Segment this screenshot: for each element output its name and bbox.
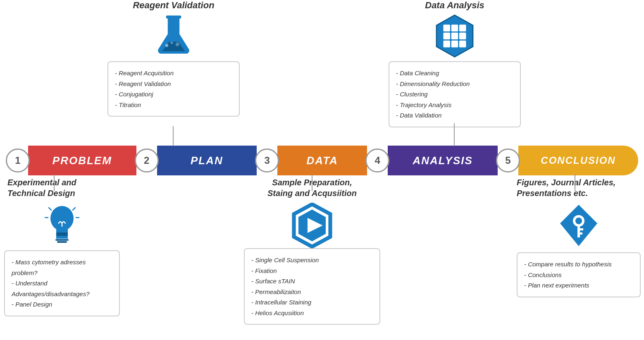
data-analysis-info-box: - Data Cleaning - Dimensionality Reducti…	[389, 61, 521, 127]
data-bottom-column: Sample Preparation,Staing and Acqusiitio…	[244, 177, 380, 325]
problem-bottom-column: Experimental andTechnical Design	[4, 177, 120, 316]
stage-conclusion-bar: CONCLUSION	[518, 146, 638, 175]
pipeline-bar: 1 PROBLEM 2 PLAN 3 DATA 4 ANALYSIS	[6, 146, 638, 175]
stage-number-3: 3	[255, 148, 279, 172]
data-item-3: - Surface sTAIN	[251, 276, 373, 287]
da-item-1: - Data Cleaning	[396, 68, 513, 79]
data-analysis-column: Data Analysis - Data Cleaning - Dimensio…	[389, 0, 521, 127]
flask-icon	[153, 13, 194, 59]
data-info-box: - Single Cell Suspension - Fixation - Su…	[244, 248, 380, 325]
svg-rect-12	[451, 41, 458, 48]
svg-rect-7	[459, 25, 466, 32]
reagent-item-1: - Reagent Acquisition	[115, 68, 232, 79]
connector-data-analysis	[454, 123, 455, 146]
diagram-container: Reagent Validation - Reagent Acquisition…	[0, 0, 644, 340]
data-item-1: - Single Cell Suspension	[251, 255, 373, 266]
stage-data: 3 DATA	[257, 146, 367, 175]
svg-rect-6	[451, 25, 458, 32]
problem-subtitle: Experimental andTechnical Design	[4, 177, 120, 199]
stage-analysis: 4 ANALYSIS	[367, 146, 498, 175]
svg-point-2	[171, 42, 173, 44]
stage-problem: 1 PROBLEM	[6, 146, 136, 175]
svg-point-30	[575, 218, 582, 224]
stage-number-2: 2	[135, 148, 159, 172]
svg-point-1	[165, 44, 168, 47]
svg-line-23	[73, 208, 75, 210]
conc-item-1: - Compare results to hypothesis	[524, 259, 633, 270]
da-item-5: - Data Validation	[396, 110, 513, 121]
lightbulb-icon	[45, 203, 80, 246]
reagent-info-box: - Reagent Acquisition - Reagent Validati…	[107, 61, 240, 117]
stage-data-bar: DATA	[277, 146, 367, 175]
stage-conclusion-label: CONCLUSION	[541, 155, 615, 166]
svg-rect-9	[451, 33, 458, 40]
prob-item-2: - Understand Advantages/disadvantages?	[12, 278, 112, 299]
camera-icon	[289, 203, 335, 248]
svg-rect-18	[55, 239, 69, 241]
stage-plan: 2 PLAN	[136, 146, 257, 175]
stage-number-1: 1	[6, 148, 30, 172]
da-item-3: - Clustering	[396, 89, 513, 100]
stage-analysis-bar: ANALYSIS	[388, 146, 498, 175]
svg-rect-8	[444, 33, 451, 40]
conclusion-bottom-column: Figures, Journal Articles,Presentations …	[517, 177, 641, 297]
stage-number-5: 5	[496, 148, 520, 172]
key-diamond-icon	[558, 203, 599, 248]
connector-problem	[54, 175, 55, 191]
stage-plan-bar: PLAN	[157, 146, 257, 175]
svg-rect-0	[166, 16, 181, 19]
svg-rect-13	[459, 41, 466, 48]
reagent-item-3: - Conjugationj	[115, 89, 232, 100]
reagent-validation-title: Reagent Validation	[133, 0, 214, 11]
svg-rect-32	[580, 228, 583, 230]
stage-data-label: DATA	[307, 154, 338, 167]
conclusion-subtitle: Figures, Journal Articles,Presentations …	[517, 177, 615, 199]
connector-data	[312, 175, 312, 191]
svg-rect-11	[444, 41, 451, 48]
prob-item-3: - Panel Design	[12, 299, 112, 310]
svg-rect-19	[57, 241, 67, 243]
stage-problem-bar: PROBLEM	[28, 146, 136, 175]
svg-rect-17	[56, 236, 68, 239]
stage-number-4: 4	[365, 148, 389, 172]
svg-rect-31	[577, 226, 580, 237]
problem-info-box: - Mass cytometry adresses problem? - Und…	[4, 250, 120, 316]
stage-conclusion: 5 CONCLUSION	[498, 146, 638, 175]
stage-analysis-label: ANALYSIS	[413, 154, 473, 167]
reagent-validation-column: Reagent Validation - Reagent Acquisition…	[107, 0, 240, 117]
da-item-4: - Trajectory Analysis	[396, 100, 513, 110]
conc-item-2: - Conclusions	[524, 270, 633, 280]
svg-rect-5	[444, 25, 451, 32]
connector-conclusion	[575, 175, 575, 191]
data-item-2: - Fixation	[251, 266, 373, 276]
svg-rect-33	[580, 232, 582, 235]
data-analysis-title: Data Analysis	[425, 0, 484, 11]
reagent-item-4: - Titration	[115, 100, 232, 110]
data-item-6: - Helios Acqusiition	[251, 308, 373, 318]
svg-rect-10	[459, 33, 466, 40]
da-item-2: - Dimensionality Reduction	[396, 79, 513, 89]
conc-item-3: - Plan next experiments	[524, 280, 633, 291]
svg-point-14	[50, 206, 74, 231]
stage-problem-label: PROBLEM	[52, 154, 112, 167]
conclusion-info-box: - Compare results to hypothesis - Conclu…	[517, 252, 641, 297]
hex-grid-icon	[432, 13, 477, 59]
connector-reagent	[173, 126, 174, 146]
stage-plan-label: PLAN	[191, 154, 223, 167]
svg-rect-15	[56, 228, 68, 232]
svg-rect-16	[56, 232, 68, 236]
prob-item-1: - Mass cytometry adresses problem?	[12, 257, 112, 278]
svg-line-21	[49, 208, 51, 210]
svg-point-3	[176, 43, 179, 46]
reagent-item-2: - Reagent Validation	[115, 79, 232, 89]
data-item-4: - Permeabilizaiton	[251, 287, 373, 297]
data-item-5: - Intracellular Staining	[251, 297, 373, 308]
